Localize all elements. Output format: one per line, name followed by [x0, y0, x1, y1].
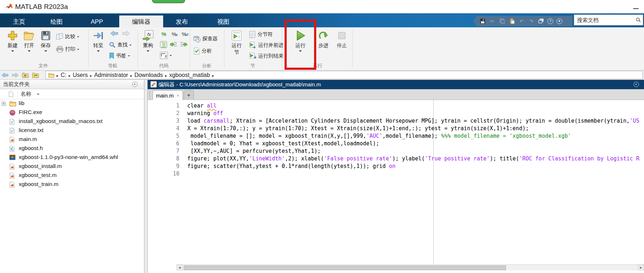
- save-icon[interactable]: [479, 18, 486, 24]
- breadcrumb-segment[interactable]: C:: [60, 72, 67, 78]
- editor-tab-bar: main.m × +: [148, 89, 644, 100]
- section-break-button[interactable]: 分节符: [249, 31, 273, 38]
- panel-actions-button[interactable]: [132, 82, 138, 87]
- new-button[interactable]: 新建: [4, 29, 21, 53]
- gutter-line-number: 4: [148, 125, 182, 132]
- copy-icon[interactable]: [499, 18, 505, 24]
- file-row[interactable]: +lib: [0, 99, 144, 108]
- format-fi-button[interactable]: fi: [160, 52, 172, 59]
- open-button[interactable]: 打开: [21, 29, 37, 53]
- wrap-comments-button[interactable]: %⏎: [180, 30, 188, 37]
- editor-title-bar: 编辑器 - C:\Users\Administrator\Downloads\x…: [148, 80, 644, 89]
- panel-splitter[interactable]: [144, 80, 148, 273]
- ribbon-tab-apps[interactable]: APP: [81, 15, 113, 28]
- file-row[interactable]: Cxgboost.h: [0, 144, 144, 153]
- bookmark-button[interactable]: 书签: [109, 53, 130, 59]
- undo-icon[interactable]: ↶: [518, 18, 525, 24]
- windows-icon[interactable]: [538, 18, 544, 24]
- redo-icon[interactable]: ↷: [528, 18, 535, 24]
- scroll-left-button[interactable]: ◄: [176, 265, 183, 270]
- column-header-name[interactable]: 名称: [21, 91, 31, 97]
- docs-search-input[interactable]: [574, 15, 643, 25]
- indent-left-button[interactable]: [180, 41, 187, 48]
- breadcrumb-separator-icon: ▸: [55, 73, 60, 78]
- code-area[interactable]: 1clear all2warning off3load carsmall; Xt…: [148, 100, 644, 264]
- indent-right-button[interactable]: [170, 41, 177, 48]
- breadcrumb-segment[interactable]: xgboost_matlab: [169, 72, 211, 78]
- file-row[interactable]: xgboost_train.m: [0, 180, 144, 189]
- code-line[interactable]: warning off: [187, 110, 223, 117]
- breadcrumb-segment[interactable]: Users: [72, 72, 89, 78]
- code-line[interactable]: model_filename = []; model = xgboost_tra…: [187, 132, 571, 140]
- analyze-button[interactable]: 分析: [193, 47, 212, 55]
- tab-grip[interactable]: [149, 91, 151, 99]
- run-to-end-button[interactable]: 运行到结束: [249, 53, 283, 60]
- h-scrollbar[interactable]: ◄ ►: [176, 264, 644, 270]
- profiler-button[interactable]: 探查器: [193, 35, 218, 42]
- ribbon-tab-plots[interactable]: 绘图: [40, 15, 73, 28]
- gutter-line-number: 7: [148, 147, 182, 155]
- smart-indent-button[interactable]: [160, 41, 167, 48]
- nav-back-button[interactable]: [110, 30, 118, 37]
- file-row[interactable]: xgboost_test.m: [0, 171, 144, 180]
- expand-toggle[interactable]: +: [2, 102, 6, 106]
- file-row[interactable]: main.m: [0, 135, 144, 144]
- save-button[interactable]: 保存: [37, 29, 54, 53]
- address-back-button[interactable]: [1, 72, 9, 79]
- code-line[interactable]: [XX,YY,~,AUC] = perfcurve(ytest,Yhat,1);: [187, 147, 321, 155]
- ribbon-tab-publish[interactable]: 发布: [166, 15, 198, 28]
- code-line[interactable]: load carsmall; Xtrain = [Acceleration Cy…: [187, 117, 639, 125]
- help-icon[interactable]: ?: [547, 18, 553, 24]
- goto-button[interactable]: 转至: [90, 29, 107, 53]
- editor-actions-button[interactable]: [634, 82, 639, 87]
- compare-button[interactable]: 比较: [56, 33, 79, 40]
- breadcrumb-segment[interactable]: Administrator: [93, 72, 129, 78]
- print-button[interactable]: 打印: [56, 46, 79, 53]
- code-line[interactable]: clear all: [187, 102, 216, 110]
- run-section-button[interactable]: 运行 节: [228, 29, 246, 56]
- browse-folder-button[interactable]: [31, 72, 40, 79]
- editor-title: 编辑器 - C:\Users\Administrator\Downloads\x…: [158, 81, 321, 88]
- code-line[interactable]: loadmodel = 0; Yhat = xgboost_test(Xtest…: [187, 140, 379, 147]
- ribbon-tab-row: 主页绘图APP编辑器发布视图 ✂ ↶ ↷ ? ▾: [0, 13, 644, 27]
- uncomment-button[interactable]: %✕: [170, 30, 178, 37]
- back-arrow-icon: [110, 30, 118, 37]
- group-label-section: 节: [231, 63, 274, 69]
- ribbon-tab-view[interactable]: 视图: [207, 15, 240, 28]
- address-forward-button[interactable]: [11, 72, 19, 79]
- scroll-thumb[interactable]: [184, 265, 506, 270]
- breadcrumb-separator-icon: ▸: [129, 73, 134, 78]
- file-row[interactable]: xgboost_install.m: [0, 162, 144, 171]
- stop-button[interactable]: 停止: [334, 29, 350, 49]
- gutter-line-number: 3: [148, 117, 182, 125]
- ribbon-tab-home[interactable]: 主页: [3, 15, 35, 28]
- code-line[interactable]: X = Xtrain(1:70,:); y = ytrain(1:70); Xt…: [187, 125, 529, 132]
- find-button[interactable]: 查找: [109, 42, 131, 48]
- breadcrumb-segment[interactable]: Downloads: [134, 72, 164, 78]
- tab-close-icon[interactable]: ×: [176, 93, 179, 98]
- nav-forward-button[interactable]: [122, 30, 130, 37]
- file-row[interactable]: FIRC.exe: [0, 108, 144, 117]
- file-row[interactable]: install_xgboost_matlab_macos.txt: [0, 117, 144, 126]
- paste-icon[interactable]: [509, 18, 515, 24]
- wheel-file-icon: [9, 155, 16, 161]
- run-advance-button[interactable]: 运行并前进: [249, 42, 283, 49]
- qat-dropdown-icon[interactable]: ▾: [556, 18, 562, 24]
- gutter-line-number: 2: [148, 110, 182, 117]
- code-line[interactable]: figure; scatter(Yhat,ytest + 0.1*rand(le…: [187, 163, 395, 170]
- ribbon-tab-editor[interactable]: 编辑器: [119, 15, 163, 28]
- refactor-button[interactable]: fx 重构: [140, 29, 156, 53]
- code-line[interactable]: figure; plot(XX,YY,'LineWidth',2); xlabe…: [187, 155, 639, 163]
- forward-arrow-icon: [12, 72, 19, 78]
- step-button[interactable]: 步进: [315, 29, 332, 49]
- cut-icon[interactable]: ✂: [489, 18, 496, 24]
- scroll-right-button[interactable]: ►: [638, 265, 644, 270]
- type-column-icon: [9, 91, 13, 97]
- up-folder-button[interactable]: [21, 72, 30, 79]
- file-row[interactable]: xgboost-1.1.0-py3-none-win_amd64.whl: [0, 153, 144, 162]
- comment-button[interactable]: %: [160, 30, 168, 37]
- file-row[interactable]: license.txt: [0, 126, 144, 135]
- minimize-button[interactable]: [633, 6, 639, 12]
- new-tab-button[interactable]: +: [184, 90, 194, 100]
- tab-main-m[interactable]: main.m ×: [152, 90, 183, 100]
